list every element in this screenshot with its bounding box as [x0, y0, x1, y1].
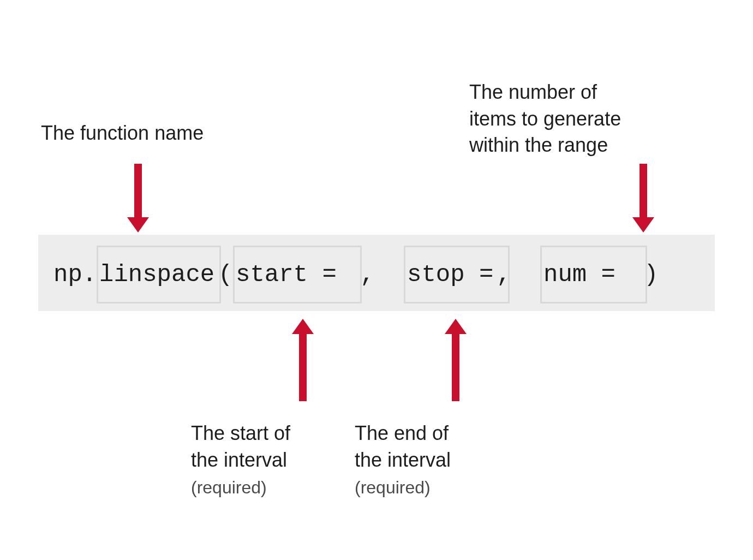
num-label: The number of items to generate within t…	[469, 79, 621, 159]
code-stop-kw: stop =	[407, 261, 493, 288]
start-label: The start of the interval	[191, 420, 290, 473]
start-required-label: (required)	[191, 476, 267, 499]
fn-name-label: The function name	[41, 120, 204, 147]
code-start-kw: start =	[236, 261, 351, 288]
code-sep: ,	[360, 261, 389, 288]
code-num-kw: num =	[543, 261, 630, 288]
arrow-down-icon	[640, 164, 647, 218]
code-sep: ,	[497, 261, 525, 288]
arrow-up-icon	[299, 333, 307, 401]
code-open-paren: (	[218, 261, 232, 288]
stop-required-label: (required)	[355, 476, 431, 499]
arrow-up-icon	[452, 333, 459, 401]
code-prefix: np.	[53, 261, 97, 288]
code-close-paren: )	[644, 261, 658, 288]
arrow-down-icon	[134, 164, 142, 218]
code-bar: np. linspace ( start = , stop = , num = …	[38, 235, 715, 311]
diagram-canvas: The function name The number of items to…	[0, 0, 753, 560]
stop-label: The end of the interval	[355, 420, 451, 473]
code-fn-name: linspace	[99, 261, 214, 288]
